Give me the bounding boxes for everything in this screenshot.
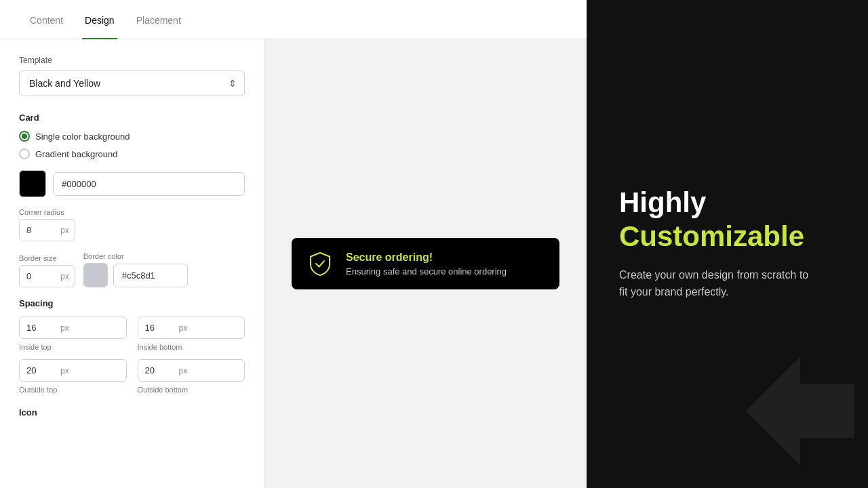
outside-bottom-unit: px: [179, 361, 193, 381]
outside-bottom-input-wrapper: px: [138, 359, 245, 382]
border-row: Border size px Border color: [19, 252, 245, 287]
outside-top-input-wrapper: px: [19, 359, 127, 382]
outside-bottom-field: px Outside bottom: [138, 359, 245, 394]
card-title: Secure ordering!: [346, 251, 507, 264]
single-color-label: Single color background: [35, 131, 130, 142]
tabs-bar: Content Design Placement: [0, 0, 587, 39]
card-icon: [305, 249, 335, 279]
inside-bottom-field: px Inside bottom: [138, 317, 245, 351]
shield-check-icon: [307, 250, 334, 277]
card-section-title: Card: [19, 113, 245, 123]
svg-marker-0: [746, 357, 854, 465]
single-color-radio[interactable]: Single color background: [19, 131, 245, 142]
gradient-label: Gradient background: [35, 149, 117, 159]
promo-title-line2: Customizable: [619, 221, 804, 252]
icon-section-title: Icon: [19, 407, 245, 418]
inside-bottom-input-wrapper: px: [138, 317, 245, 339]
tab-design[interactable]: Design: [82, 0, 117, 39]
inside-bottom-input[interactable]: [138, 317, 179, 338]
border-color-field: Border color: [83, 252, 188, 287]
border-size-label: Border size: [19, 254, 75, 262]
corner-radius-input-wrapper: px: [19, 219, 75, 241]
outside-bottom-input[interactable]: [138, 360, 179, 381]
settings-panel: Template Black and Yellow Blue and White…: [0, 39, 264, 488]
outside-top-label: Outside top: [19, 386, 127, 394]
arrow-watermark: [746, 357, 854, 468]
corner-radius-unit: px: [60, 220, 75, 241]
outside-top-input[interactable]: [20, 360, 60, 381]
left-panel: Content Design Placement Template Black …: [0, 0, 587, 488]
inside-top-field: px Inside top: [19, 317, 127, 351]
card-text: Secure ordering! Ensuring safe and secur…: [346, 251, 507, 277]
inside-top-label: Inside top: [19, 343, 127, 351]
inside-top-input-wrapper: px: [19, 317, 127, 339]
corner-radius-label: Corner radius: [19, 208, 75, 216]
border-color-label: Border color: [83, 252, 188, 260]
inside-bottom-unit: px: [179, 318, 193, 338]
tab-content[interactable]: Content: [27, 0, 66, 39]
corner-radius-row: Corner radius px: [19, 208, 245, 241]
preview-area: Secure ordering! Ensuring safe and secur…: [264, 39, 587, 488]
inside-top-input[interactable]: [20, 317, 60, 338]
border-color-swatch[interactable]: [83, 263, 108, 287]
gradient-radio[interactable]: Gradient background: [19, 148, 245, 159]
promo-title-line1: Highly: [619, 187, 706, 218]
corner-radius-field: Corner radius px: [19, 208, 75, 241]
spacing-label: Spacing: [19, 298, 245, 308]
outside-top-unit: px: [60, 361, 75, 381]
template-select-wrapper: Black and Yellow Blue and White Red Aler…: [19, 70, 245, 96]
inside-bottom-label: Inside bottom: [138, 343, 245, 351]
corner-radius-input[interactable]: [20, 220, 60, 241]
radio-icon-single: [19, 131, 30, 142]
border-size-unit: px: [60, 266, 75, 287]
tab-placement[interactable]: Placement: [134, 0, 184, 39]
border-color-input[interactable]: [113, 264, 188, 287]
outside-bottom-label: Outside bottom: [138, 386, 245, 394]
template-select[interactable]: Black and Yellow Blue and White Red Aler…: [19, 70, 245, 96]
card-subtitle: Ensuring safe and secure online ordering: [346, 266, 507, 277]
outside-top-field: px Outside top: [19, 359, 127, 394]
right-panel: Highly Customizable Create your own desi…: [587, 0, 868, 488]
content-area: Template Black and Yellow Blue and White…: [0, 39, 587, 488]
spacing-section: Spacing px Inside top px: [19, 298, 245, 394]
card-section: Card Single color background Gradient ba…: [19, 113, 245, 418]
border-size-input[interactable]: [20, 266, 60, 287]
color-swatch[interactable]: [19, 170, 46, 197]
background-radio-group: Single color background Gradient backgro…: [19, 131, 245, 159]
color-picker-row: [19, 170, 245, 197]
promo-description: Create your own design from scratch to f…: [619, 266, 809, 301]
spacing-grid: px Inside top px Inside bottom: [19, 317, 245, 394]
border-size-input-wrapper: px: [19, 265, 75, 287]
radio-icon-gradient: [19, 148, 30, 159]
template-section: Template Black and Yellow Blue and White…: [19, 56, 245, 96]
color-hex-input[interactable]: [53, 172, 245, 196]
border-size-field: Border size px: [19, 254, 75, 287]
preview-card: Secure ordering! Ensuring safe and secur…: [292, 238, 559, 289]
template-label: Template: [19, 56, 245, 65]
inside-top-unit: px: [60, 318, 75, 338]
